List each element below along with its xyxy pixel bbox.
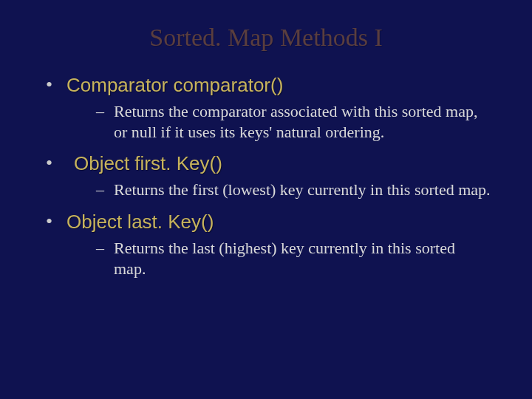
bullet-heading: Comparator comparator() [66,74,491,97]
bullet-list: Comparator comparator() Returns the comp… [41,74,491,279]
bullet-item: Object last. Key() Returns the last (hig… [41,211,491,279]
slide-title: Sorted. Map Methods I [41,24,491,52]
bullet-heading: Object first. Key() [74,152,491,175]
bullet-heading: Object last. Key() [66,211,491,233]
sub-bullet: Returns the first (lowest) key currently… [96,180,491,200]
sub-bullet: Returns the last (highest) key currently… [96,238,491,279]
slide: Sorted. Map Methods I Comparator compara… [0,0,532,399]
sub-list: Returns the first (lowest) key currently… [66,180,491,200]
title-part2: Methods I [273,24,382,51]
bullet-item: Object first. Key() Returns the first (l… [41,152,491,200]
bullet-item: Comparator comparator() Returns the comp… [41,74,491,142]
title-part1: Sorted. Map [149,24,273,51]
sub-bullet: Returns the comparator associated with t… [96,101,491,142]
sub-list: Returns the comparator associated with t… [66,101,491,142]
sub-list: Returns the last (highest) key currently… [66,238,491,279]
